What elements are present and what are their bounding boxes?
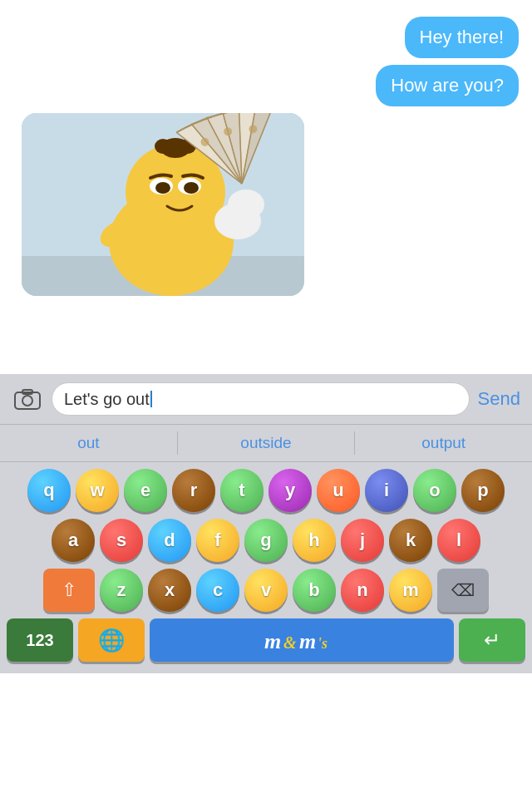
key-t[interactable]: t bbox=[220, 469, 264, 512]
svg-text:'s: 's bbox=[318, 635, 328, 652]
svg-point-16 bbox=[228, 190, 264, 219]
keyboard-row-3: ⇧zxcvbnm⌫ bbox=[3, 569, 529, 612]
key-q[interactable]: q bbox=[27, 469, 71, 512]
backspace-key[interactable]: ⌫ bbox=[437, 569, 489, 612]
message-image bbox=[22, 113, 304, 296]
camera-button[interactable] bbox=[12, 383, 43, 415]
globe-key[interactable]: 🌐 bbox=[78, 618, 145, 662]
input-bar: Let's go out Send bbox=[0, 374, 532, 424]
key-b[interactable]: b bbox=[293, 569, 336, 612]
predictive-item-1[interactable]: out bbox=[0, 426, 177, 461]
key-f[interactable]: f bbox=[196, 519, 239, 562]
keyboard-bottom-row: 123 🌐 m & m 's ↵ bbox=[3, 618, 529, 670]
message-input[interactable]: Let's go out bbox=[52, 382, 470, 416]
chat-area: Hey there! How are you? bbox=[0, 0, 532, 374]
key-w[interactable]: w bbox=[76, 469, 119, 512]
key-u[interactable]: u bbox=[317, 469, 360, 512]
return-key[interactable]: ↵ bbox=[459, 618, 525, 662]
key-g[interactable]: g bbox=[244, 519, 288, 562]
svg-point-13 bbox=[155, 139, 171, 154]
svg-point-11 bbox=[184, 182, 199, 194]
svg-text:m: m bbox=[264, 629, 281, 653]
key-m[interactable]: m bbox=[389, 569, 432, 612]
key-j[interactable]: j bbox=[341, 519, 384, 562]
keyboard-row-1: qwertyuiop bbox=[3, 469, 529, 512]
svg-point-10 bbox=[155, 182, 170, 194]
key-x[interactable]: x bbox=[148, 569, 191, 612]
predictive-item-3[interactable]: output bbox=[355, 426, 532, 461]
shift-key[interactable]: ⇧ bbox=[43, 569, 95, 612]
key-e[interactable]: e bbox=[124, 469, 167, 512]
key-d[interactable]: d bbox=[148, 519, 191, 562]
predictive-bar: out outside output bbox=[0, 424, 532, 462]
key-a[interactable]: a bbox=[52, 519, 95, 562]
key-i[interactable]: i bbox=[365, 469, 408, 512]
predictive-item-2[interactable]: outside bbox=[178, 426, 355, 461]
message-bubble-2: How are you? bbox=[376, 65, 519, 106]
key-l[interactable]: l bbox=[437, 519, 480, 562]
keyboard-row-2: asdfghjkl bbox=[3, 519, 529, 562]
key-k[interactable]: k bbox=[389, 519, 432, 562]
numbers-key[interactable]: 123 bbox=[7, 618, 73, 662]
key-n[interactable]: n bbox=[341, 569, 384, 612]
key-s[interactable]: s bbox=[100, 519, 143, 562]
key-p[interactable]: p bbox=[461, 469, 505, 512]
shift-icon: ⇧ bbox=[62, 579, 76, 601]
backspace-icon: ⌫ bbox=[451, 580, 475, 600]
mm-logo-key[interactable]: m & m 's bbox=[150, 618, 454, 662]
key-z[interactable]: z bbox=[100, 569, 143, 612]
svg-text:m: m bbox=[299, 629, 316, 653]
svg-point-29 bbox=[22, 396, 32, 406]
keyboard: qwertyuiop asdfghjkl ⇧zxcvbnm⌫ 123 🌐 m &… bbox=[0, 462, 532, 673]
send-button[interactable]: Send bbox=[478, 388, 520, 410]
key-y[interactable]: y bbox=[268, 469, 312, 512]
message-bubble-1: Hey there! bbox=[405, 17, 520, 58]
key-v[interactable]: v bbox=[244, 569, 288, 612]
key-h[interactable]: h bbox=[293, 519, 336, 562]
svg-text:&: & bbox=[283, 633, 297, 652]
globe-icon: 🌐 bbox=[98, 628, 125, 653]
key-o[interactable]: o bbox=[413, 469, 456, 512]
key-c[interactable]: c bbox=[196, 569, 239, 612]
return-icon: ↵ bbox=[484, 628, 500, 652]
key-r[interactable]: r bbox=[172, 469, 215, 512]
